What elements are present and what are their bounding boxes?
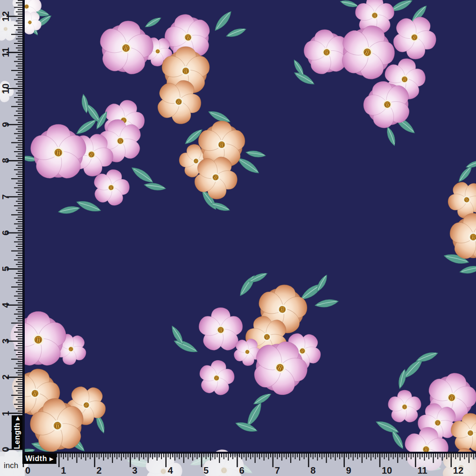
cluster-center-bottom bbox=[169, 271, 339, 434]
ruler-number: 0 bbox=[25, 465, 30, 476]
leaf bbox=[143, 182, 167, 192]
unit-label: inch bbox=[4, 461, 18, 470]
ruler-number: 10 bbox=[382, 465, 392, 476]
leaf bbox=[144, 15, 163, 29]
ruler-number: 12 bbox=[0, 8, 11, 24]
ruler-number: 2 bbox=[0, 369, 11, 385]
cluster-upper-right bbox=[292, 0, 446, 147]
ruler-number: 4 bbox=[0, 297, 11, 313]
ruler-number: 12 bbox=[453, 465, 463, 476]
flower-pink bbox=[386, 390, 423, 425]
floral-fabric-print bbox=[0, 0, 476, 476]
ruler-edge-line bbox=[22, 452, 476, 454]
leaf bbox=[129, 164, 155, 186]
ruler-number: 9 bbox=[346, 465, 351, 476]
length-axis-badge: Length ▶ bbox=[12, 415, 22, 449]
vertical-ruler: 0123456789101112 bbox=[0, 0, 25, 476]
ruler-number: 7 bbox=[0, 189, 11, 205]
horizontal-ruler: 0123456789101112 bbox=[0, 452, 476, 476]
leaf bbox=[339, 0, 359, 9]
leaf bbox=[57, 205, 81, 216]
leaf bbox=[225, 26, 247, 40]
ruler-number: 7 bbox=[275, 465, 280, 476]
leaf bbox=[293, 70, 316, 87]
cluster-mid-left bbox=[20, 110, 167, 216]
ruler-number: 9 bbox=[0, 117, 11, 133]
leaf bbox=[385, 126, 397, 147]
ruler-number: 1 bbox=[0, 406, 11, 421]
ruler-number: 6 bbox=[0, 225, 11, 241]
leaf bbox=[252, 391, 273, 406]
flower-pink bbox=[194, 357, 239, 400]
arrow-up-icon: ▶ bbox=[14, 416, 20, 420]
leaf bbox=[245, 149, 266, 159]
fabric-swatch-photo: 0123456789101112 0123456789101112 Length… bbox=[0, 0, 476, 476]
width-axis-label: Width bbox=[25, 455, 47, 463]
ruler-number: 3 bbox=[0, 333, 11, 349]
ruler-number: 6 bbox=[239, 465, 244, 476]
leaf bbox=[172, 337, 199, 356]
ruler-edge-line bbox=[22, 0, 25, 452]
ruler-number: 4 bbox=[168, 465, 173, 476]
ruler-number: 11 bbox=[417, 465, 427, 476]
arrow-right-icon: ▶ bbox=[49, 456, 54, 462]
ruler-number: 5 bbox=[0, 261, 11, 277]
leaf bbox=[459, 264, 476, 275]
ruler-number: 2 bbox=[97, 465, 102, 476]
leaf bbox=[234, 420, 259, 434]
cluster-right-edge bbox=[440, 159, 476, 275]
leaf bbox=[314, 298, 339, 309]
ruler-number: 3 bbox=[132, 465, 137, 476]
ruler-number: 11 bbox=[0, 44, 11, 60]
ruler-number: 5 bbox=[203, 465, 209, 476]
ruler-number: 1 bbox=[61, 465, 66, 476]
leaf bbox=[74, 117, 98, 137]
horizontal-ruler-ticks bbox=[0, 452, 476, 476]
length-axis-label: Length bbox=[13, 422, 21, 448]
cluster-mid-peach bbox=[171, 114, 266, 213]
width-axis-badge: Width ▶ bbox=[22, 454, 56, 464]
ruler-number: 10 bbox=[0, 81, 11, 97]
ruler-number: 8 bbox=[310, 465, 315, 476]
leaf bbox=[212, 9, 234, 33]
ruler-number: 8 bbox=[0, 153, 11, 168]
